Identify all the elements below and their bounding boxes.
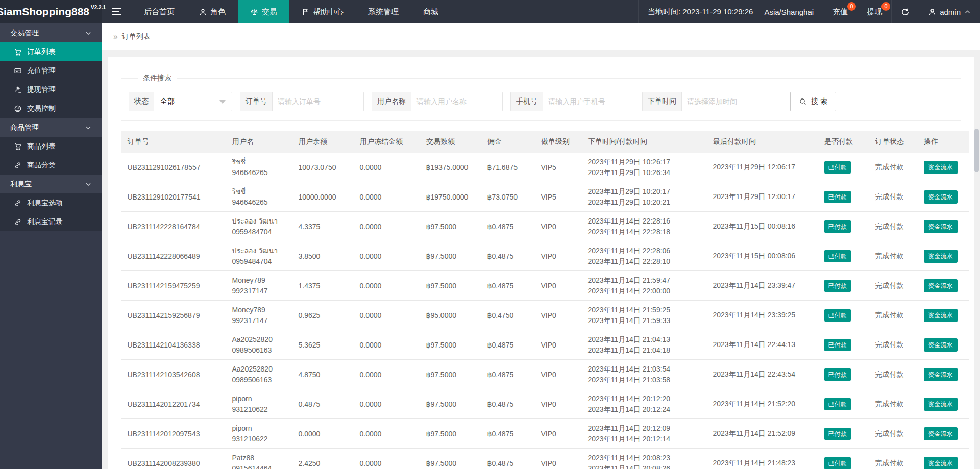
timezone-label: Asia/Shanghai: [764, 8, 814, 16]
order-status-cell: 完成付款: [869, 419, 918, 449]
order-status-cell: 完成付款: [869, 153, 918, 182]
fund-flow-button[interactable]: 资金流水: [924, 309, 958, 322]
action-cell: 资金流水: [918, 182, 969, 212]
withdraw-button[interactable]: 提现 0: [857, 0, 891, 23]
order-no-input[interactable]: [273, 92, 363, 111]
sidebar-item-order-list[interactable]: 订单列表: [0, 42, 102, 61]
fund-flow-button[interactable]: 资金流水: [924, 190, 958, 204]
hamburger-icon: [112, 8, 121, 9]
user-cell: ประลอง วัฒนา 0959484704: [226, 212, 292, 241]
vertical-scrollbar-thumb[interactable]: [974, 129, 979, 172]
order-time-cell: 2023年11月14日 21:03:54 2023年11月14日 21:03:5…: [582, 360, 707, 389]
order-status-cell: 完成付款: [869, 360, 918, 389]
level-cell: VIP0: [535, 449, 582, 469]
phone-input[interactable]: [543, 92, 634, 111]
fund-flow-button[interactable]: 资金流水: [924, 368, 958, 381]
amount-cell: ฿97.5000: [420, 271, 481, 301]
frozen-cell: 0.0000: [354, 182, 420, 212]
sidebar-item-trade-control[interactable]: 交易控制: [0, 99, 102, 118]
sidebar-item-recharge-mgmt[interactable]: 充值管理: [0, 61, 102, 80]
paid-cell: 已付款: [818, 301, 869, 330]
menu-item-trade[interactable]: 交易: [238, 0, 289, 23]
fund-flow-button[interactable]: 资金流水: [924, 398, 958, 411]
user-cell: Money789 992317147: [226, 301, 292, 330]
table-row: UB2311142012201734 piporn 931210622 0.48…: [121, 389, 969, 419]
sidebar-item-lixibao-options[interactable]: 利息宝选项: [0, 193, 102, 212]
balance-cell: 0.9625: [292, 301, 354, 330]
order-time-input[interactable]: [682, 92, 773, 111]
status-select[interactable]: 全部: [154, 92, 232, 111]
recharge-button[interactable]: 充值 0: [823, 0, 857, 23]
level-cell: VIP0: [535, 360, 582, 389]
user-cell: Money789 992317147: [226, 271, 292, 301]
gauge-icon: [14, 105, 22, 113]
fund-flow-button[interactable]: 资金流水: [924, 427, 958, 440]
menu-item-help[interactable]: 帮助中心: [289, 0, 356, 23]
commission-cell: ฿73.0750: [481, 182, 535, 212]
last-pay-cell: 2023年11月14日 23:39:25: [707, 301, 818, 330]
order-no-cell: UB2311142159475259: [121, 271, 226, 301]
sidebar-group-lixibao[interactable]: 利息宝: [0, 175, 102, 193]
menu-item-mall[interactable]: 商城: [411, 0, 451, 23]
level-cell: VIP5: [535, 182, 582, 212]
fund-flow-button[interactable]: 资金流水: [924, 161, 958, 174]
username-input[interactable]: [411, 92, 502, 111]
fund-flow-button[interactable]: 资金流水: [924, 220, 958, 233]
user-menu[interactable]: admin: [919, 0, 980, 23]
sidebar-item-withdraw-mgmt[interactable]: 提现管理: [0, 80, 102, 99]
level-cell: VIP0: [535, 419, 582, 449]
fund-flow-button[interactable]: 资金流水: [924, 457, 958, 469]
chevron-up-icon: [964, 9, 971, 15]
menu-item-dashboard[interactable]: 后台首页: [132, 0, 187, 23]
user-cell: ริชชี่ 946646265: [226, 182, 292, 212]
amount-cell: ฿97.5000: [420, 419, 481, 449]
sidebar-toggle-button[interactable]: [102, 0, 132, 23]
action-cell: 资金流水: [918, 153, 969, 182]
sidebar-item-goods-category[interactable]: 商品分类: [0, 156, 102, 175]
paid-status-badge: 已付款: [824, 280, 851, 292]
commission-cell: ฿0.4875: [481, 271, 535, 301]
menu-item-system[interactable]: 系统管理: [356, 0, 411, 23]
balance-cell: 10000.0000: [292, 182, 354, 212]
amount-cell: ฿95.0000: [420, 301, 481, 330]
fund-flow-button[interactable]: 资金流水: [924, 338, 958, 352]
last-pay-cell: 2023年11月14日 22:43:54: [707, 360, 818, 389]
table-row: UB2311142228066489 ประลอง วัฒนา 09594847…: [121, 241, 969, 271]
person-icon: [928, 8, 936, 16]
amount-cell: ฿97.5000: [420, 330, 481, 360]
refresh-icon: [901, 8, 910, 16]
search-button[interactable]: 搜 索: [790, 92, 836, 111]
fund-flow-button[interactable]: 资金流水: [924, 279, 958, 292]
action-cell: 资金流水: [918, 241, 969, 271]
order-status-cell: 完成付款: [869, 449, 918, 469]
order-status-cell: 完成付款: [869, 271, 918, 301]
sidebar-item-lixibao-records[interactable]: 利息宝记录: [0, 212, 102, 231]
chevron-down-icon: [85, 124, 92, 131]
balance-cell: 3.8500: [292, 241, 354, 271]
order-status-cell: 完成付款: [869, 301, 918, 330]
sidebar-group-goods[interactable]: 商品管理: [0, 118, 102, 137]
last-pay-cell: 2023年11月15日 00:08:06: [707, 241, 818, 271]
amount-cell: ฿97.5000: [420, 241, 481, 271]
fund-flow-button[interactable]: 资金流水: [924, 250, 958, 263]
order-status-cell: 完成付款: [869, 212, 918, 241]
recharge-count-badge: 0: [847, 2, 856, 11]
phone-filter: 手机号: [510, 92, 634, 111]
paid-cell: 已付款: [818, 271, 869, 301]
order-no-cell: UB2311142228066489: [121, 241, 226, 271]
menu-item-roles[interactable]: 角色: [187, 0, 238, 23]
status-filter: 状态 全部: [129, 92, 232, 111]
app-logo[interactable]: SiamShopping888 V2.2.1: [0, 0, 102, 23]
sidebar-group-trade[interactable]: 交易管理: [0, 23, 102, 42]
paid-status-badge: 已付款: [824, 457, 851, 469]
user-cell: ประลอง วัฒนา 0959484704: [226, 241, 292, 271]
top-menu: 后台首页 角色 交易 帮助中心 系统管理 商城: [132, 0, 451, 23]
sidebar-item-goods-list[interactable]: 商品列表: [0, 137, 102, 156]
order-time-cell: 2023年11月29日 10:26:17 2023年11月29日 10:26:3…: [582, 153, 707, 182]
refresh-button[interactable]: [891, 0, 919, 23]
order-status-cell: 完成付款: [869, 241, 918, 271]
amount-cell: ฿97.5000: [420, 212, 481, 241]
order-time-cell: 2023年11月14日 20:12:09 2023年11月14日 20:12:1…: [582, 419, 707, 449]
table-row: UB2311142104136338 Aa20252820 0989506163…: [121, 330, 969, 360]
table-row: UB2311142159475259 Money789 992317147 1.…: [121, 271, 969, 301]
